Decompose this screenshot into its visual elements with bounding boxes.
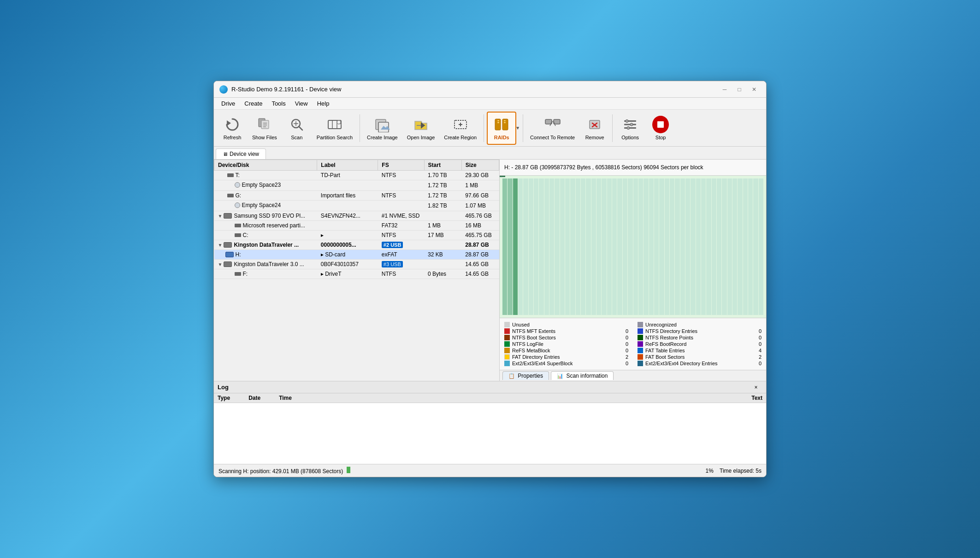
svg-point-39 [626, 119, 628, 122]
table-row[interactable]: T: TD-PartNTFS1.70 TB29.30 GB [214, 171, 499, 180]
scan-button[interactable]: Scan [282, 112, 312, 145]
menu-view[interactable]: View [290, 99, 313, 108]
scan-cell [518, 178, 523, 315]
scan-cell [534, 178, 538, 315]
legend-color-refs-boot [638, 341, 643, 347]
legend-label-ntfs-boot: NTFS Boot Sectors [512, 335, 556, 340]
log-col-time: Time [279, 395, 292, 401]
partition-search-button[interactable]: Partition Search [313, 112, 357, 145]
legend-count-refs-boot: 0 [759, 341, 762, 347]
svg-point-13 [337, 120, 341, 124]
scan-cell [576, 178, 580, 315]
col-fs: FS [378, 160, 424, 171]
status-bar: Scanning H: position: 429.01 MB (878608 … [214, 464, 766, 477]
expand-arrow[interactable]: ▼ [218, 214, 223, 219]
drive-icon [235, 233, 241, 237]
expand-arrow[interactable]: ▼ [218, 243, 223, 248]
device-table: Device/Disk Label FS Start Size T: [214, 160, 499, 381]
legend-count-fat-table: 4 [759, 348, 762, 353]
status-text: Scanning H: position: 429.01 MB (878608 … [218, 468, 343, 475]
status-left: Scanning H: position: 429.01 MB (878608 … [218, 467, 350, 475]
properties-tab-label: Properties [518, 373, 543, 379]
svg-point-41 [627, 126, 630, 129]
scan-cell [654, 178, 659, 315]
properties-tab[interactable]: 📋 Properties [502, 371, 549, 380]
table-row[interactable]: Microsoft reserved parti... FAT321 MB16 … [214, 221, 499, 231]
drive-icon [227, 194, 234, 197]
table-row[interactable]: F: ▸ DriveTNTFS0 Bytes14.65 GB [214, 269, 499, 279]
connect-remote-button[interactable]: Connect To Remote [526, 112, 579, 145]
scan-cell [623, 178, 627, 315]
expand-arrow[interactable]: ▼ [218, 262, 223, 267]
table-row[interactable]: C: ▸NTFS17 MB465.75 GB [214, 231, 499, 240]
refresh-button[interactable]: Refresh [218, 112, 247, 145]
legend-color-ntfs-mft [504, 328, 510, 334]
stop-button[interactable]: Stop [646, 112, 675, 145]
create-region-label: Create Region [444, 135, 477, 140]
menu-tools[interactable]: Tools [267, 99, 290, 108]
scan-information-tab[interactable]: 📊 Scan information [551, 371, 614, 380]
legend-ext-dir: Ext2/Ext3/Ext4 Directory Entries 0 [638, 361, 762, 366]
raids-icon [493, 116, 510, 133]
left-panel: Device/Disk Label FS Start Size T: [214, 160, 500, 381]
scan-cell [591, 178, 596, 315]
open-image-button[interactable]: Open Image [403, 112, 439, 145]
close-button[interactable]: ✕ [748, 85, 761, 94]
table-row[interactable]: G: Important filesNTFS1.72 TB97.66 GB [214, 191, 499, 201]
toolbar-separator-2 [484, 114, 484, 142]
svg-rect-23 [497, 120, 499, 121]
legend-color-unused [504, 322, 510, 327]
menu-create[interactable]: Create [240, 99, 267, 108]
legend-label-ntfs-restore: NTFS Restore Points [645, 335, 693, 340]
options-button[interactable]: Options [615, 112, 645, 145]
minimize-button[interactable]: ─ [718, 85, 731, 94]
log-col-type: Type [218, 395, 230, 401]
scan-cell [513, 178, 518, 315]
create-image-icon [374, 116, 390, 133]
create-region-button[interactable]: Create Region [440, 112, 481, 145]
table-row[interactable]: ▼ Kingston DataTraveler 3.0 ... 0B0F4301… [214, 260, 499, 269]
scan-cell [602, 178, 606, 315]
usb-badge: #3 USB [382, 261, 403, 267]
raids-button[interactable]: RAIDs [487, 112, 516, 145]
menu-help[interactable]: Help [313, 99, 334, 108]
legend-count-fat-boot: 2 [759, 354, 762, 360]
table-row[interactable]: H: ▸ SD-cardexFAT32 KB28.87 GB [214, 250, 499, 260]
scan-cell [712, 178, 716, 315]
legend-count-ext-dir: 0 [759, 361, 762, 366]
table-row[interactable]: Empty Space23 1.72 TB1 MB [214, 180, 499, 191]
table-row[interactable]: Empty Space24 1.82 TB1.07 MB [214, 201, 499, 211]
legend-fat-dir: FAT Directory Entries 2 [504, 354, 628, 360]
main-window: R-Studio Demo 9.2.191161 - Device view ─… [213, 81, 767, 477]
legend-color-ntfs-log [504, 341, 510, 347]
col-start: Start [424, 160, 461, 171]
options-icon [622, 116, 638, 133]
menu-drive[interactable]: Drive [217, 99, 240, 108]
log-close-button[interactable]: × [750, 383, 762, 392]
scan-cell [701, 178, 706, 315]
table-row[interactable]: ▼ Kingston DataTraveler ... 0000000005..… [214, 240, 499, 250]
raids-dropdown-arrow[interactable]: ▼ [515, 125, 520, 131]
scan-cell [753, 178, 758, 315]
scan-info-tab-label: Scan information [566, 373, 608, 379]
scan-cell [565, 178, 570, 315]
drive-info-text: H: - 28.87 GB (30995873792 Bytes , 60538… [504, 164, 703, 171]
remove-button[interactable]: Remove [580, 112, 609, 145]
status-right: 1% Time elapsed: 5s [706, 468, 762, 474]
legend-label-ntfs-dir: NTFS Directory Entries [645, 328, 697, 334]
legend-label-ntfs-mft: NTFS MFT Extents [512, 328, 555, 334]
svg-rect-38 [624, 127, 636, 129]
scan-cell [549, 178, 554, 315]
table-row[interactable]: ▼ Samsung SSD 970 EVO Pl... S4EVNZFN42..… [214, 211, 499, 221]
create-image-button[interactable]: Create Image [363, 112, 402, 145]
title-bar: R-Studio Demo 9.2.191161 - Device view ─… [214, 81, 766, 98]
toolbar-separator-1 [360, 114, 360, 142]
legend-count-refs-meta: 0 [626, 348, 628, 353]
maximize-button[interactable]: □ [733, 85, 746, 94]
drive-info-header: H: - 28.87 GB (30995873792 Bytes , 60538… [500, 160, 766, 176]
show-files-button[interactable]: Show Files [248, 112, 281, 145]
toolbar-separator-4 [612, 114, 613, 142]
device-view-tab[interactable]: 🖥 Device view [216, 148, 266, 159]
scan-cell [675, 178, 679, 315]
legend-ntfs-log: NTFS LogFile 0 [504, 341, 628, 347]
